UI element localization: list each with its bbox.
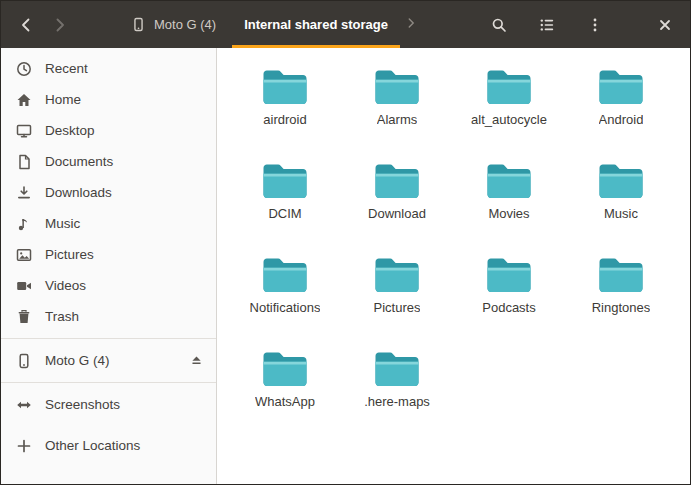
- folder-icon: [597, 255, 645, 295]
- folder-label: Podcasts: [482, 300, 535, 315]
- folder-icon: [597, 161, 645, 201]
- folder-item-download[interactable]: Download: [341, 154, 453, 248]
- sidebar-separator: [1, 338, 216, 339]
- close-window-button[interactable]: [648, 8, 682, 42]
- folder-item-dcim[interactable]: DCIM: [229, 154, 341, 248]
- folder-item-podcasts[interactable]: Podcasts: [453, 248, 565, 342]
- eject-icon: [189, 353, 204, 368]
- phone-icon: [131, 17, 146, 32]
- breadcrumb-current-label: Internal shared storage: [244, 17, 388, 32]
- sidebar-item-label: Videos: [45, 278, 86, 293]
- sidebar-item-recent[interactable]: Recent: [1, 53, 216, 84]
- folder-item-ringtones[interactable]: Ringtones: [565, 248, 677, 342]
- sidebar-item-other-locations[interactable]: Other Locations: [1, 430, 216, 461]
- menu-dots-icon: [587, 17, 603, 33]
- trash-icon: [16, 309, 32, 325]
- sidebar-places-list: Recent Home Desktop Documents Downloads …: [1, 53, 216, 332]
- home-icon: [16, 92, 32, 108]
- document-icon: [16, 154, 32, 170]
- folder-icon: [485, 161, 533, 201]
- sidebar-item-documents[interactable]: Documents: [1, 146, 216, 177]
- folder-item-airdroid[interactable]: airdroid: [229, 60, 341, 154]
- folder-item-movies[interactable]: Movies: [453, 154, 565, 248]
- sidebar-item-label: Moto G (4): [45, 353, 169, 368]
- video-camera-icon: [16, 278, 32, 294]
- list-view-icon: [539, 17, 555, 33]
- folder-item-alarms[interactable]: Alarms: [341, 60, 453, 154]
- folder-icon: [485, 67, 533, 107]
- sidebar-separator: [1, 382, 216, 383]
- folder-label: Android: [599, 112, 644, 127]
- sidebar-item-label: Home: [45, 92, 81, 107]
- folder-item-music[interactable]: Music: [565, 154, 677, 248]
- sidebar-item-videos[interactable]: Videos: [1, 270, 216, 301]
- header-actions: [482, 8, 682, 42]
- back-button[interactable]: [9, 8, 43, 42]
- sidebar-item-moto-g-4[interactable]: Moto G (4): [1, 345, 216, 376]
- folder-icon: [373, 349, 421, 389]
- breadcrumb-current[interactable]: Internal shared storage: [230, 1, 402, 48]
- folder-label: airdroid: [263, 112, 306, 127]
- sidebar-item-label: Desktop: [45, 123, 95, 138]
- folder-view: airdroid Alarms alt_autocycle: [217, 48, 690, 484]
- search-button[interactable]: [482, 8, 516, 42]
- folder-label: Music: [604, 206, 638, 221]
- music-note-icon: [16, 216, 32, 232]
- sidebar-item-trash[interactable]: Trash: [1, 301, 216, 332]
- sidebar-item-home[interactable]: Home: [1, 84, 216, 115]
- breadcrumb-device[interactable]: Moto G (4): [117, 1, 230, 48]
- forward-arrow-icon: [52, 17, 68, 33]
- clock-icon: [16, 61, 32, 77]
- folder-icon: [373, 255, 421, 295]
- folder-label: DCIM: [268, 206, 301, 221]
- folder-label: .here-maps: [364, 394, 430, 409]
- sidebar: Recent Home Desktop Documents Downloads …: [1, 48, 217, 484]
- sidebar-item-label: Downloads: [45, 185, 112, 200]
- app-body: Recent Home Desktop Documents Downloads …: [1, 48, 690, 484]
- folder-label: WhatsApp: [255, 394, 315, 409]
- folder-label: Alarms: [377, 112, 417, 127]
- folder-item-pictures[interactable]: Pictures: [341, 248, 453, 342]
- breadcrumb: Moto G (4) Internal shared storage: [117, 1, 420, 48]
- folder-item-android[interactable]: Android: [565, 60, 677, 154]
- eject-button[interactable]: [182, 347, 210, 375]
- folder-label: Notifications: [250, 300, 321, 315]
- folder-item-notifications[interactable]: Notifications: [229, 248, 341, 342]
- folder-icon: [261, 67, 309, 107]
- menu-button[interactable]: [578, 8, 612, 42]
- phone-icon: [16, 353, 32, 369]
- folder-item-whatsapp[interactable]: WhatsApp: [229, 342, 341, 436]
- forward-button[interactable]: [43, 8, 77, 42]
- sidebar-item-label: Trash: [45, 309, 79, 324]
- folder-label: Movies: [488, 206, 529, 221]
- folder-icon: [373, 67, 421, 107]
- sidebar-item-desktop[interactable]: Desktop: [1, 115, 216, 146]
- sidebar-item-pictures[interactable]: Pictures: [1, 239, 216, 270]
- folder-item-here-maps[interactable]: .here-maps: [341, 342, 453, 436]
- desktop-icon: [16, 123, 32, 139]
- download-icon: [16, 185, 32, 201]
- folder-icon: [597, 67, 645, 107]
- folder-icon: [261, 349, 309, 389]
- sidebar-item-label: Other Locations: [45, 438, 140, 453]
- folder-label: Ringtones: [592, 300, 651, 315]
- folder-icon: [261, 161, 309, 201]
- sidebar-item-label: Screenshots: [45, 397, 120, 412]
- sidebar-item-label: Music: [45, 216, 80, 231]
- folder-label: Pictures: [374, 300, 421, 315]
- sidebar-item-downloads[interactable]: Downloads: [1, 177, 216, 208]
- chevron-right-icon: [404, 16, 418, 34]
- horizontal-arrows-icon: [16, 397, 32, 413]
- folder-icon: [373, 161, 421, 201]
- sidebar-item-screenshots[interactable]: Screenshots: [1, 389, 216, 420]
- file-manager-window: Moto G (4) Internal shared storage: [0, 0, 691, 485]
- folder-label: alt_autocycle: [471, 112, 547, 127]
- header-bar: Moto G (4) Internal shared storage: [1, 1, 690, 48]
- view-list-button[interactable]: [530, 8, 564, 42]
- plus-icon: [16, 438, 32, 454]
- folder-item-alt-autocycle[interactable]: alt_autocycle: [453, 60, 565, 154]
- folder-icon: [485, 255, 533, 295]
- breadcrumb-device-label: Moto G (4): [154, 17, 216, 32]
- sidebar-item-music[interactable]: Music: [1, 208, 216, 239]
- folder-icon: [261, 255, 309, 295]
